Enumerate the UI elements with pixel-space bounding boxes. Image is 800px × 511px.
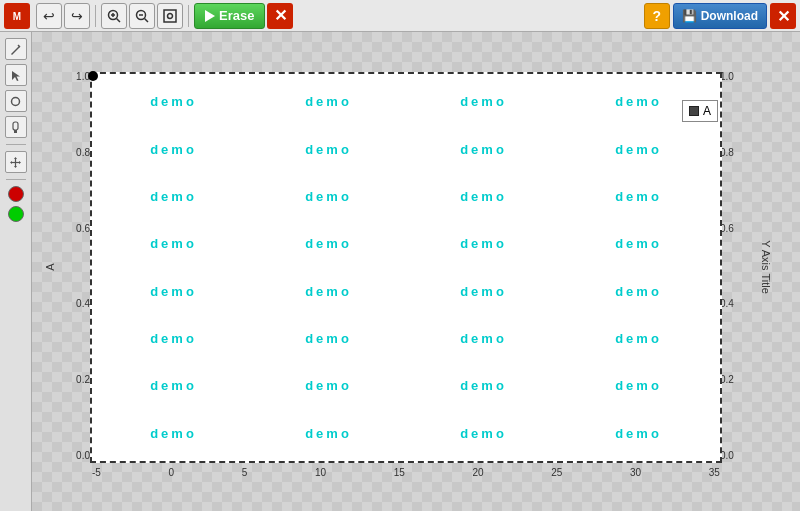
demo-cell: demo [96,268,251,315]
close-icon: ✕ [777,7,790,26]
tool-brush[interactable] [5,116,27,138]
erase-label: Erase [219,8,254,23]
demo-cell: demo [561,220,716,267]
demo-cell: demo [96,362,251,409]
demo-cell: demo [406,410,561,457]
tool-draw[interactable] [5,38,27,60]
left-sidebar [0,32,32,511]
demo-cell: demo [406,362,561,409]
demo-cell: demo [406,78,561,125]
legend-square [689,106,699,116]
separator1 [95,5,96,27]
zoom-out-button[interactable] [129,3,155,29]
undo-button[interactable]: ↩ [36,3,62,29]
demo-cell: demo [96,315,251,362]
tool-move[interactable] [5,151,27,173]
sidebar-separator [6,144,26,145]
demo-cell: demo [96,78,251,125]
plot-area[interactable]: demo demo demo demo demo demo demo demo … [90,72,722,463]
demo-cell: demo [561,315,716,362]
app-logo: M [4,3,30,29]
erase-play-icon [205,10,215,22]
demo-cell: demo [561,125,716,172]
demo-cell: demo [251,410,406,457]
demo-cell: demo [96,220,251,267]
demo-grid: demo demo demo demo demo demo demo demo … [92,74,720,461]
download-label: Download [701,9,758,23]
svg-rect-9 [164,10,176,22]
tool-circle[interactable] [5,90,27,112]
demo-cell: demo [406,173,561,220]
legend-label: A [703,104,711,118]
close-top-right-button[interactable]: ✕ [770,3,796,29]
demo-cell: demo [251,125,406,172]
chart-container: A A Y Axis Title 1.0 0.8 0.6 0.4 0.2 0.0… [32,32,800,511]
tool-select[interactable] [5,64,27,86]
y-axis-left-label: A [40,72,60,461]
svg-point-10 [168,13,173,18]
demo-cell: demo [96,410,251,457]
plot-origin-dot [88,71,98,81]
svg-line-7 [145,18,149,22]
demo-cell: demo [406,268,561,315]
erase-button[interactable]: Erase [194,3,265,29]
demo-cell: demo [96,125,251,172]
demo-cell: demo [406,315,561,362]
demo-cell: demo [561,173,716,220]
legend-box[interactable]: A [682,100,718,122]
zoom-in-button[interactable] [101,3,127,29]
svg-text:M: M [13,11,21,22]
svg-point-12 [12,97,20,105]
close-button[interactable]: ✕ [267,3,293,29]
download-button[interactable]: 💾 Download [673,3,767,29]
svg-rect-14 [14,130,17,133]
top-right-toolbar: ? 💾 Download ✕ [640,0,800,32]
demo-cell: demo [251,78,406,125]
demo-cell: demo [251,315,406,362]
help-button[interactable]: ? [644,3,670,29]
demo-cell: demo [561,362,716,409]
color-red[interactable] [8,186,24,202]
y-ticks-left: 1.0 0.8 0.6 0.4 0.2 0.0 [60,72,90,461]
demo-cell: demo [561,268,716,315]
svg-rect-13 [13,122,18,130]
y-ticks-right: 1.0 0.8 0.6 0.4 0.2 0.0 [720,72,750,461]
demo-cell: demo [406,125,561,172]
demo-cell: demo [406,220,561,267]
sidebar-separator2 [6,179,26,180]
demo-cell: demo [251,268,406,315]
demo-cell: demo [251,220,406,267]
svg-line-3 [117,18,121,22]
help-icon: ? [652,8,661,24]
zoom-fit-button[interactable] [157,3,183,29]
demo-cell: demo [251,362,406,409]
color-green[interactable] [8,206,24,222]
close-icon: ✕ [274,6,287,25]
demo-cell: demo [251,173,406,220]
download-icon: 💾 [682,9,697,23]
separator2 [188,5,189,27]
x-ticks: -5 0 5 10 15 20 25 30 35 [92,467,720,483]
redo-button[interactable]: ↪ [64,3,90,29]
demo-cell: demo [561,410,716,457]
demo-cell: demo [96,173,251,220]
